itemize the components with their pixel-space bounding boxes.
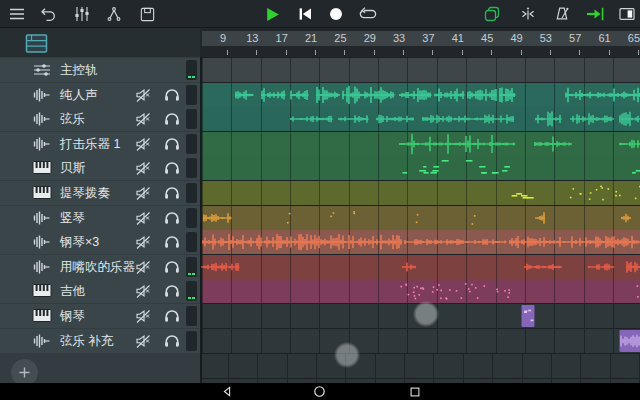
audio-clip[interactable] [316, 83, 340, 107]
track-row[interactable]: 弦乐 [0, 107, 200, 131]
track-row[interactable]: 提琴拨奏 [0, 181, 200, 205]
mute-button muted-speaker-icon[interactable] [134, 283, 154, 299]
mute-button muted-speaker-icon[interactable] [134, 136, 154, 152]
audio-clip[interactable] [535, 206, 545, 230]
track-row[interactable]: 用嘴吹的乐器 [0, 255, 200, 279]
midi-clip[interactable] [400, 279, 514, 303]
track-row[interactable]: 弦乐 补充 [0, 329, 200, 353]
track-row[interactable]: 竖琴 [0, 206, 200, 230]
back-icon[interactable] [219, 384, 234, 399]
midi-clip[interactable] [627, 279, 640, 303]
audio-clip[interactable] [534, 132, 572, 156]
midi-clip[interactable] [568, 181, 624, 205]
audio-clip[interactable] [434, 83, 465, 107]
panel-toggle-icon[interactable] [616, 3, 638, 25]
timeline-lane[interactable] [202, 107, 640, 131]
timeline-lane[interactable] [202, 230, 640, 254]
midi-clip[interactable] [510, 181, 539, 205]
save-icon[interactable] [136, 3, 158, 25]
timeline-ruler[interactable]: 591317212529333741454953576165 [200, 28, 640, 57]
snap-icon[interactable] [517, 3, 539, 25]
monitor-button headphones-icon[interactable] [164, 259, 184, 275]
midi-clip[interactable] [414, 206, 420, 230]
audio-clip[interactable] [499, 83, 516, 107]
audio-clip[interactable] [621, 206, 631, 230]
track-row[interactable]: 纯人声 [0, 83, 200, 107]
audio-clip[interactable] [422, 107, 514, 131]
audio-clip[interactable] [338, 107, 369, 131]
menu-icon[interactable] [6, 3, 28, 25]
midi-clip[interactable] [471, 206, 477, 230]
tracks-view-icon[interactable] [24, 32, 48, 54]
track-row[interactable]: 贝斯 [0, 156, 200, 180]
audio-clip[interactable] [524, 255, 562, 279]
metronome-icon[interactable] [551, 3, 573, 25]
monitor-button headphones-icon[interactable] [164, 185, 184, 201]
monitor-button headphones-icon[interactable] [164, 136, 184, 152]
duplicate-icon[interactable] [481, 3, 503, 25]
mute-button muted-speaker-icon[interactable] [134, 185, 154, 201]
audio-clip[interactable] [290, 107, 333, 131]
timeline-grid[interactable] [200, 57, 640, 383]
timeline-lane[interactable] [202, 58, 640, 82]
audio-clip[interactable] [201, 255, 240, 279]
monitor-button headphones-icon[interactable] [164, 111, 184, 127]
audio-clip[interactable] [619, 329, 640, 353]
timeline-lane[interactable] [202, 206, 640, 230]
audio-clip[interactable] [261, 83, 286, 107]
audio-clip[interactable] [342, 83, 395, 107]
audio-clip[interactable] [626, 255, 640, 279]
home-icon[interactable] [312, 384, 327, 399]
audio-clip[interactable] [619, 107, 640, 131]
monitor-button headphones-icon[interactable] [164, 333, 184, 349]
add-track-button plus-icon[interactable] [11, 359, 38, 386]
audio-clip[interactable] [404, 230, 507, 254]
monitor-button headphones-icon[interactable] [164, 308, 184, 324]
record-icon[interactable] [325, 3, 347, 25]
monitor-button headphones-icon[interactable] [164, 160, 184, 176]
follow-playhead-icon[interactable] [584, 3, 606, 25]
timeline-lane[interactable] [202, 83, 640, 107]
timeline-lane[interactable] [202, 156, 640, 180]
audio-clip[interactable] [376, 107, 414, 131]
audio-clip[interactable] [399, 132, 515, 156]
audio-clip[interactable] [565, 83, 640, 107]
midi-clip[interactable] [634, 181, 640, 205]
audio-clip[interactable] [402, 255, 416, 279]
mute-button muted-speaker-icon[interactable] [134, 210, 154, 226]
monitor-button headphones-icon[interactable] [164, 234, 184, 250]
midi-clip[interactable] [400, 156, 512, 180]
timeline-lane[interactable] [202, 255, 640, 279]
audio-clip[interactable] [467, 83, 497, 107]
mute-button muted-speaker-icon[interactable] [134, 111, 154, 127]
splitter-icon[interactable] [103, 3, 125, 25]
monitor-button headphones-icon[interactable] [164, 87, 184, 103]
rewind-to-start-icon[interactable] [294, 3, 316, 25]
monitor-button headphones-icon[interactable] [164, 283, 184, 299]
recents-icon[interactable] [407, 384, 422, 399]
timeline-lane[interactable] [202, 181, 640, 205]
midi-clip[interactable] [329, 206, 335, 230]
timeline-lane-empty[interactable] [202, 354, 640, 378]
audio-clip[interactable] [203, 206, 232, 230]
mute-button muted-speaker-icon[interactable] [134, 308, 154, 324]
audio-clip[interactable] [290, 83, 309, 107]
midi-clip[interactable] [521, 304, 535, 328]
track-row[interactable]: 打击乐器 1 [0, 132, 200, 156]
timeline-lane[interactable] [202, 329, 640, 353]
audio-clip[interactable] [535, 107, 562, 131]
timeline-lane[interactable] [202, 279, 640, 303]
audio-clip[interactable] [509, 230, 640, 254]
midi-clip[interactable] [630, 156, 640, 180]
midi-clip[interactable] [286, 206, 292, 230]
track-row[interactable]: 吉他 [0, 279, 200, 303]
audio-clip[interactable] [619, 132, 640, 156]
audio-clip[interactable] [235, 83, 254, 107]
track-row[interactable]: 钢琴×3 [0, 230, 200, 254]
undo-icon[interactable] [37, 3, 59, 25]
midi-clip[interactable] [352, 206, 359, 230]
mute-button muted-speaker-icon[interactable] [134, 333, 154, 349]
loop-icon[interactable] [357, 3, 379, 25]
audio-clip[interactable] [399, 83, 432, 107]
audio-clip[interactable] [588, 255, 614, 279]
